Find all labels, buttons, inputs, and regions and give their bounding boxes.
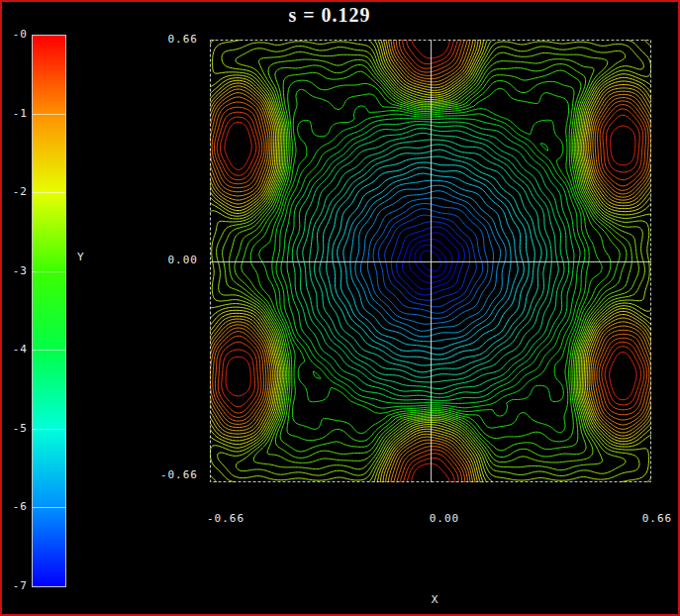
plot-title: s = 0.129 [2, 4, 657, 27]
colorbar-label: -6 [4, 501, 28, 513]
colorbar-tick [33, 114, 65, 115]
x-axis-label: X [410, 593, 459, 606]
colorbar-gradient [32, 35, 66, 587]
colorbar-tick [33, 507, 65, 508]
colorbar-label: -5 [4, 423, 28, 435]
y-axis-label: Y [77, 251, 84, 263]
colorbar-label: -0 [4, 29, 28, 41]
colorbar-tick [33, 350, 65, 351]
y-tick-label: 0.00 [139, 255, 198, 266]
colorbar-tick [33, 192, 65, 193]
colorbar-label: -3 [4, 265, 28, 277]
colorbar-label: -4 [4, 344, 28, 356]
colorbar-label: -2 [4, 186, 28, 198]
y-tick-label: 0.66 [139, 34, 198, 46]
x-tick-label: 0.66 [628, 513, 680, 525]
colorbar-tick [33, 429, 65, 430]
contour-plot-canvas [210, 40, 651, 482]
app-window: s = 0.129 -0 -1 -2 -3 -4 -5 -6 -7 Y 0.66… [0, 0, 680, 616]
colorbar-label: -7 [4, 580, 28, 592]
colorbar-tick [33, 271, 65, 272]
x-tick-label: 0.00 [415, 513, 474, 525]
y-tick-label: -0.66 [139, 469, 198, 481]
colorbar-label: -1 [4, 108, 28, 120]
x-tick-label: -0.66 [196, 513, 255, 525]
